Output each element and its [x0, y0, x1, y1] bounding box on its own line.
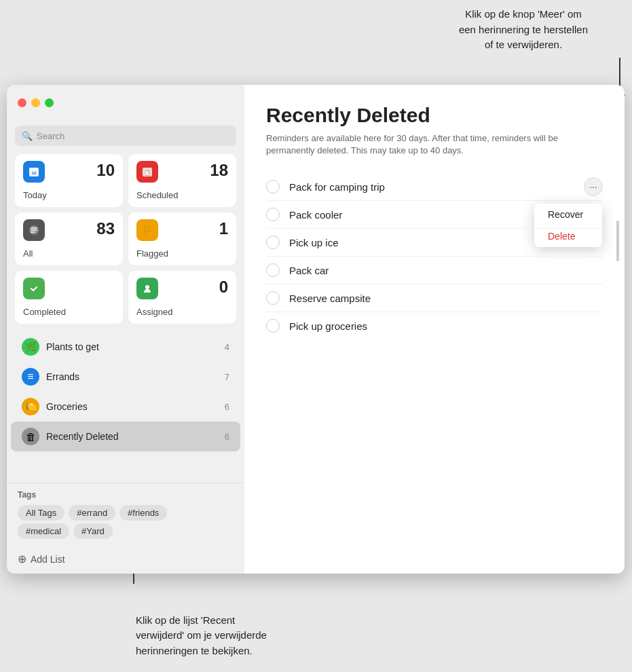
- annotation-top-right: Klik op de knop 'Meer' om een herinnerin…: [428, 7, 618, 53]
- reminder-circle-2[interactable]: [266, 208, 280, 221]
- sidebar: 🔍 Search 10 10 Today 18: [7, 85, 244, 574]
- plants-icon: 🌿: [22, 338, 39, 356]
- reminder-text-2: Pack cooler: [289, 209, 603, 221]
- reminder-text-3: Pick up ice: [289, 237, 603, 248]
- errands-label: Errands: [46, 371, 225, 382]
- tag-friends[interactable]: #friends: [119, 505, 167, 521]
- all-count: 83: [96, 219, 115, 238]
- plants-count: 4: [225, 342, 229, 352]
- flagged-count: 1: [219, 219, 228, 238]
- assigned-label: Assigned: [136, 307, 228, 317]
- recently-deleted-count: 6: [225, 432, 229, 442]
- list-item-groceries[interactable]: 🍋 Groceries 6: [11, 392, 240, 422]
- traffic-lights: [18, 98, 54, 107]
- tags-row-2: #medical #Yard: [18, 523, 234, 539]
- reminder-text-6: Pick up groceries: [289, 320, 603, 332]
- list-item-plants[interactable]: 🌿 Plants to get 4: [11, 332, 240, 362]
- smart-lists-grid: 10 10 Today 18 📋: [7, 154, 244, 329]
- svg-text:10: 10: [32, 171, 37, 175]
- tag-medical[interactable]: #medical: [18, 523, 69, 539]
- svg-point-6: [29, 283, 39, 294]
- page-title: Recently Deleted: [266, 104, 603, 127]
- flagged-icon: [136, 219, 158, 241]
- smart-list-completed[interactable]: Completed: [15, 271, 123, 324]
- close-button[interactable]: [18, 98, 26, 107]
- minimize-button[interactable]: [31, 98, 40, 107]
- reminder-circle-5[interactable]: [266, 291, 280, 305]
- groceries-icon: 🍋: [22, 398, 39, 415]
- assigned-count: 0: [219, 278, 228, 297]
- reminder-text-1: Pack for camping trip: [289, 181, 603, 193]
- flagged-label: Flagged: [136, 248, 228, 259]
- reminder-circle-6[interactable]: [266, 319, 280, 333]
- reminder-item-6: Pick up groceries: [266, 312, 603, 339]
- reminder-item-4: Pack car: [266, 257, 603, 284]
- reminder-item-5: Reserve campsite: [266, 284, 603, 312]
- tag-errand[interactable]: #errand: [69, 505, 115, 521]
- annotation-bottom: Klik op de lijst 'Recent verwijderd' om …: [136, 613, 312, 659]
- groceries-count: 6: [225, 402, 229, 412]
- more-button-1[interactable]: ··· Recover Delete: [584, 177, 603, 196]
- search-placeholder: Search: [37, 131, 64, 141]
- title-bar: [7, 85, 244, 120]
- tags-row-1: All Tags #errand #friends: [18, 505, 234, 521]
- ellipsis-icon-1: ···: [589, 181, 597, 192]
- scheduled-label: Scheduled: [136, 190, 228, 200]
- reminder-item-3: Pick up ice: [266, 229, 603, 257]
- tag-all-tags[interactable]: All Tags: [18, 505, 64, 521]
- today-label: Today: [23, 190, 115, 200]
- search-bar[interactable]: 🔍 Search: [15, 126, 236, 146]
- plants-label: Plants to get: [46, 341, 225, 352]
- app-window: 🔍 Search 10 10 Today 18: [7, 85, 625, 574]
- scheduled-count: 18: [210, 161, 228, 180]
- svg-point-7: [145, 285, 149, 289]
- page-subtitle: Reminders are available here for 30 days…: [266, 132, 603, 157]
- search-icon: 🔍: [22, 131, 33, 141]
- today-icon: 10: [23, 161, 45, 183]
- reminder-text-4: Pack car: [289, 265, 603, 276]
- scroll-indicator[interactable]: [616, 221, 619, 261]
- groceries-label: Groceries: [46, 401, 225, 412]
- list-item-recently-deleted[interactable]: 🗑 Recently Deleted 6: [11, 422, 240, 451]
- list-item-errands[interactable]: ≡ Errands 7: [11, 362, 240, 392]
- reminder-item-1: Pack for camping trip ··· Recover Delete: [266, 173, 603, 201]
- recently-deleted-icon: 🗑: [22, 428, 39, 445]
- assigned-icon: [136, 278, 158, 299]
- reminder-item-2: Pack cooler: [266, 201, 603, 229]
- smart-list-assigned[interactable]: 0 Assigned: [128, 271, 236, 324]
- main-content: Recently Deleted Reminders are available…: [244, 85, 625, 574]
- all-icon: [23, 219, 45, 241]
- scheduled-icon: 📋: [136, 161, 158, 183]
- errands-icon: ≡: [22, 368, 39, 386]
- add-list-icon: ⊕: [18, 553, 26, 565]
- add-list-button[interactable]: ⊕ Add List: [7, 547, 244, 574]
- reminder-circle-4[interactable]: [266, 263, 280, 277]
- errands-count: 7: [225, 372, 229, 382]
- reminder-text-5: Reserve campsite: [289, 293, 603, 304]
- maximize-button[interactable]: [45, 98, 54, 107]
- completed-icon: [23, 278, 45, 299]
- reminder-circle-1[interactable]: [266, 180, 280, 193]
- smart-list-flagged[interactable]: 1 Flagged: [128, 212, 236, 265]
- tag-yard[interactable]: #Yard: [73, 523, 113, 539]
- smart-list-scheduled[interactable]: 18 📋 Scheduled: [128, 154, 236, 207]
- all-label: All: [23, 248, 115, 259]
- today-count: 10: [96, 161, 115, 180]
- smart-list-all[interactable]: 83 All: [15, 212, 123, 265]
- recently-deleted-label: Recently Deleted: [46, 431, 225, 442]
- tags-label: Tags: [18, 490, 234, 500]
- completed-label: Completed: [23, 307, 115, 317]
- lists-section: 🌿 Plants to get 4 ≡ Errands 7 🍋 Grocerie…: [7, 329, 244, 483]
- svg-text:📋: 📋: [144, 169, 151, 176]
- tags-section: Tags All Tags #errand #friends #medical …: [7, 483, 244, 547]
- add-list-label: Add List: [31, 554, 65, 565]
- reminder-circle-3[interactable]: [266, 236, 280, 249]
- smart-list-today[interactable]: 10 10 Today: [15, 154, 123, 207]
